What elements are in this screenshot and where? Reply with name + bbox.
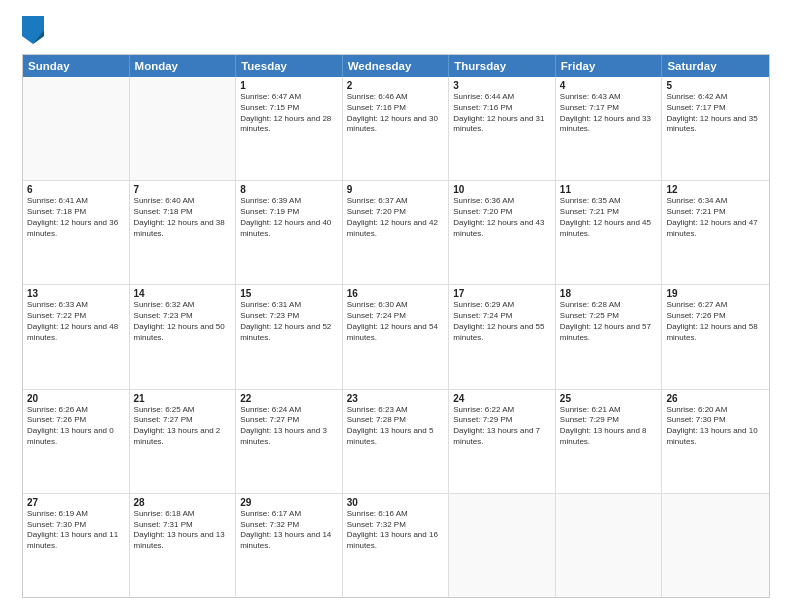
day-info: Sunrise: 6:44 AM Sunset: 7:16 PM Dayligh… — [453, 92, 551, 135]
day-number: 10 — [453, 184, 551, 195]
day-number: 22 — [240, 393, 338, 404]
page: SundayMondayTuesdayWednesdayThursdayFrid… — [0, 0, 792, 612]
day-info: Sunrise: 6:40 AM Sunset: 7:18 PM Dayligh… — [134, 196, 232, 239]
day-number: 16 — [347, 288, 445, 299]
calendar-cell: 2Sunrise: 6:46 AM Sunset: 7:16 PM Daylig… — [343, 77, 450, 180]
calendar-body: 1Sunrise: 6:47 AM Sunset: 7:15 PM Daylig… — [23, 77, 769, 597]
calendar-row-5: 27Sunrise: 6:19 AM Sunset: 7:30 PM Dayli… — [23, 493, 769, 597]
calendar-cell: 25Sunrise: 6:21 AM Sunset: 7:29 PM Dayli… — [556, 390, 663, 493]
calendar-cell: 11Sunrise: 6:35 AM Sunset: 7:21 PM Dayli… — [556, 181, 663, 284]
day-info: Sunrise: 6:22 AM Sunset: 7:29 PM Dayligh… — [453, 405, 551, 448]
calendar-cell — [130, 77, 237, 180]
calendar-cell: 19Sunrise: 6:27 AM Sunset: 7:26 PM Dayli… — [662, 285, 769, 388]
day-info: Sunrise: 6:25 AM Sunset: 7:27 PM Dayligh… — [134, 405, 232, 448]
calendar-cell: 13Sunrise: 6:33 AM Sunset: 7:22 PM Dayli… — [23, 285, 130, 388]
calendar-cell: 30Sunrise: 6:16 AM Sunset: 7:32 PM Dayli… — [343, 494, 450, 597]
logo-icon — [22, 16, 44, 44]
day-number: 7 — [134, 184, 232, 195]
day-number: 19 — [666, 288, 765, 299]
calendar-cell: 7Sunrise: 6:40 AM Sunset: 7:18 PM Daylig… — [130, 181, 237, 284]
day-number: 2 — [347, 80, 445, 91]
calendar-cell: 22Sunrise: 6:24 AM Sunset: 7:27 PM Dayli… — [236, 390, 343, 493]
day-number: 3 — [453, 80, 551, 91]
day-info: Sunrise: 6:29 AM Sunset: 7:24 PM Dayligh… — [453, 300, 551, 343]
calendar-cell: 14Sunrise: 6:32 AM Sunset: 7:23 PM Dayli… — [130, 285, 237, 388]
header-day-tuesday: Tuesday — [236, 55, 343, 77]
day-info: Sunrise: 6:26 AM Sunset: 7:26 PM Dayligh… — [27, 405, 125, 448]
header-day-friday: Friday — [556, 55, 663, 77]
day-number: 14 — [134, 288, 232, 299]
day-info: Sunrise: 6:31 AM Sunset: 7:23 PM Dayligh… — [240, 300, 338, 343]
day-number: 12 — [666, 184, 765, 195]
day-info: Sunrise: 6:20 AM Sunset: 7:30 PM Dayligh… — [666, 405, 765, 448]
day-number: 21 — [134, 393, 232, 404]
header-day-saturday: Saturday — [662, 55, 769, 77]
day-info: Sunrise: 6:42 AM Sunset: 7:17 PM Dayligh… — [666, 92, 765, 135]
day-number: 24 — [453, 393, 551, 404]
calendar-row-2: 6Sunrise: 6:41 AM Sunset: 7:18 PM Daylig… — [23, 180, 769, 284]
svg-marker-0 — [22, 16, 44, 44]
header-day-wednesday: Wednesday — [343, 55, 450, 77]
day-info: Sunrise: 6:36 AM Sunset: 7:20 PM Dayligh… — [453, 196, 551, 239]
calendar-cell: 17Sunrise: 6:29 AM Sunset: 7:24 PM Dayli… — [449, 285, 556, 388]
calendar-cell: 3Sunrise: 6:44 AM Sunset: 7:16 PM Daylig… — [449, 77, 556, 180]
calendar-cell: 18Sunrise: 6:28 AM Sunset: 7:25 PM Dayli… — [556, 285, 663, 388]
day-number: 13 — [27, 288, 125, 299]
calendar-header-row: SundayMondayTuesdayWednesdayThursdayFrid… — [23, 55, 769, 77]
day-number: 15 — [240, 288, 338, 299]
calendar-cell: 29Sunrise: 6:17 AM Sunset: 7:32 PM Dayli… — [236, 494, 343, 597]
calendar-cell: 27Sunrise: 6:19 AM Sunset: 7:30 PM Dayli… — [23, 494, 130, 597]
day-info: Sunrise: 6:28 AM Sunset: 7:25 PM Dayligh… — [560, 300, 658, 343]
day-number: 4 — [560, 80, 658, 91]
day-info: Sunrise: 6:18 AM Sunset: 7:31 PM Dayligh… — [134, 509, 232, 552]
day-info: Sunrise: 6:43 AM Sunset: 7:17 PM Dayligh… — [560, 92, 658, 135]
day-info: Sunrise: 6:39 AM Sunset: 7:19 PM Dayligh… — [240, 196, 338, 239]
calendar-cell: 9Sunrise: 6:37 AM Sunset: 7:20 PM Daylig… — [343, 181, 450, 284]
calendar-cell: 12Sunrise: 6:34 AM Sunset: 7:21 PM Dayli… — [662, 181, 769, 284]
calendar-row-4: 20Sunrise: 6:26 AM Sunset: 7:26 PM Dayli… — [23, 389, 769, 493]
day-info: Sunrise: 6:41 AM Sunset: 7:18 PM Dayligh… — [27, 196, 125, 239]
calendar: SundayMondayTuesdayWednesdayThursdayFrid… — [22, 54, 770, 598]
day-number: 20 — [27, 393, 125, 404]
day-number: 6 — [27, 184, 125, 195]
header-day-monday: Monday — [130, 55, 237, 77]
day-info: Sunrise: 6:24 AM Sunset: 7:27 PM Dayligh… — [240, 405, 338, 448]
calendar-cell: 5Sunrise: 6:42 AM Sunset: 7:17 PM Daylig… — [662, 77, 769, 180]
calendar-cell: 23Sunrise: 6:23 AM Sunset: 7:28 PM Dayli… — [343, 390, 450, 493]
day-info: Sunrise: 6:32 AM Sunset: 7:23 PM Dayligh… — [134, 300, 232, 343]
day-info: Sunrise: 6:19 AM Sunset: 7:30 PM Dayligh… — [27, 509, 125, 552]
day-number: 18 — [560, 288, 658, 299]
calendar-cell: 10Sunrise: 6:36 AM Sunset: 7:20 PM Dayli… — [449, 181, 556, 284]
day-number: 5 — [666, 80, 765, 91]
calendar-cell: 24Sunrise: 6:22 AM Sunset: 7:29 PM Dayli… — [449, 390, 556, 493]
day-info: Sunrise: 6:17 AM Sunset: 7:32 PM Dayligh… — [240, 509, 338, 552]
calendar-cell: 20Sunrise: 6:26 AM Sunset: 7:26 PM Dayli… — [23, 390, 130, 493]
calendar-cell: 21Sunrise: 6:25 AM Sunset: 7:27 PM Dayli… — [130, 390, 237, 493]
day-number: 26 — [666, 393, 765, 404]
day-number: 8 — [240, 184, 338, 195]
calendar-cell — [662, 494, 769, 597]
day-number: 29 — [240, 497, 338, 508]
calendar-cell: 16Sunrise: 6:30 AM Sunset: 7:24 PM Dayli… — [343, 285, 450, 388]
logo — [22, 18, 47, 44]
day-info: Sunrise: 6:33 AM Sunset: 7:22 PM Dayligh… — [27, 300, 125, 343]
calendar-cell: 1Sunrise: 6:47 AM Sunset: 7:15 PM Daylig… — [236, 77, 343, 180]
header — [22, 18, 770, 44]
day-number: 1 — [240, 80, 338, 91]
calendar-row-3: 13Sunrise: 6:33 AM Sunset: 7:22 PM Dayli… — [23, 284, 769, 388]
day-info: Sunrise: 6:23 AM Sunset: 7:28 PM Dayligh… — [347, 405, 445, 448]
calendar-cell: 8Sunrise: 6:39 AM Sunset: 7:19 PM Daylig… — [236, 181, 343, 284]
day-info: Sunrise: 6:27 AM Sunset: 7:26 PM Dayligh… — [666, 300, 765, 343]
day-info: Sunrise: 6:37 AM Sunset: 7:20 PM Dayligh… — [347, 196, 445, 239]
calendar-cell: 26Sunrise: 6:20 AM Sunset: 7:30 PM Dayli… — [662, 390, 769, 493]
day-info: Sunrise: 6:16 AM Sunset: 7:32 PM Dayligh… — [347, 509, 445, 552]
day-number: 25 — [560, 393, 658, 404]
day-number: 28 — [134, 497, 232, 508]
day-info: Sunrise: 6:47 AM Sunset: 7:15 PM Dayligh… — [240, 92, 338, 135]
day-number: 30 — [347, 497, 445, 508]
day-number: 23 — [347, 393, 445, 404]
header-day-sunday: Sunday — [23, 55, 130, 77]
calendar-cell: 4Sunrise: 6:43 AM Sunset: 7:17 PM Daylig… — [556, 77, 663, 180]
calendar-cell: 28Sunrise: 6:18 AM Sunset: 7:31 PM Dayli… — [130, 494, 237, 597]
day-number: 27 — [27, 497, 125, 508]
